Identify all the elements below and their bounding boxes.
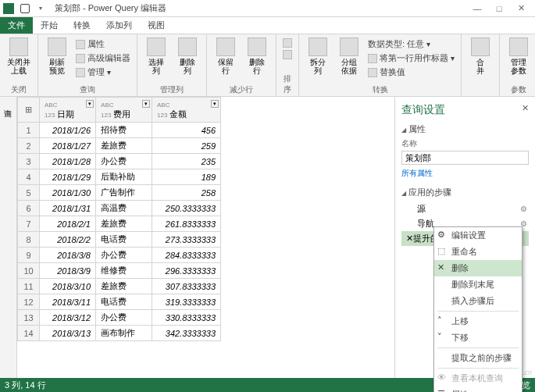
cell-expense[interactable]: 差旅费: [96, 279, 152, 294]
manage-params-button[interactable]: 管理 参数: [505, 36, 533, 75]
cell-amount[interactable]: 273.3333333: [152, 232, 221, 248]
cell-expense[interactable]: 招待费: [96, 123, 152, 138]
cell-expense[interactable]: 电话费: [96, 294, 152, 310]
cell-amount[interactable]: 259: [152, 138, 221, 154]
ctx-move-up[interactable]: ˄上移: [434, 313, 522, 330]
row-number[interactable]: 4: [18, 169, 40, 185]
corner-cell[interactable]: ⊞: [18, 98, 40, 123]
filter-icon[interactable]: ▾: [142, 100, 150, 108]
gear-icon[interactable]: ⚙: [520, 205, 527, 213]
cell-amount[interactable]: 456: [152, 123, 221, 138]
steps-section-header[interactable]: ◢应用的步骤: [401, 187, 529, 198]
table-row[interactable]: 1 2018/1/26 招待费 456: [18, 123, 221, 138]
cell-expense[interactable]: 画布制作: [96, 326, 152, 341]
column-header-expense[interactable]: ABC 123 费用▾: [96, 98, 152, 123]
split-column-button[interactable]: 拆分 列: [304, 36, 332, 75]
table-row[interactable]: 12 2018/3/11 电话费 319.3333333: [18, 294, 221, 310]
queries-pane-collapsed[interactable]: 查询: [0, 97, 17, 378]
ctx-properties[interactable]: ☰属性...: [434, 387, 522, 392]
tab-add-column[interactable]: 添加列: [98, 17, 140, 34]
sort-desc-button[interactable]: [281, 49, 294, 60]
table-row[interactable]: 10 2018/3/9 维修费 296.3333333: [18, 263, 221, 279]
properties-section-header[interactable]: ◢属性: [401, 123, 529, 135]
table-row[interactable]: 5 2018/1/30 广告制作 258: [18, 185, 221, 201]
filter-icon[interactable]: ▾: [211, 100, 219, 108]
ctx-delete[interactable]: ✕删除: [434, 260, 522, 276]
manage-button[interactable]: 管理 ▾: [74, 66, 132, 79]
cell-date[interactable]: 2018/1/28: [40, 154, 96, 169]
cell-date[interactable]: 2018/3/13: [40, 326, 96, 341]
row-number[interactable]: 9: [18, 248, 40, 263]
ctx-view-native-query[interactable]: 👁查看本机查询: [434, 370, 522, 387]
cell-amount[interactable]: 250.3333333: [152, 201, 221, 216]
step-source[interactable]: 源⚙: [401, 201, 529, 216]
cell-expense[interactable]: 后勤补助: [96, 169, 152, 185]
data-grid[interactable]: ⊞ ABC 123 日期▾ ABC 123 费用▾ ABC 123 金额▾ 1 …: [17, 97, 394, 378]
cell-date[interactable]: 2018/3/8: [40, 248, 96, 263]
advanced-editor-button[interactable]: 高级编辑器: [74, 52, 132, 65]
close-load-button[interactable]: 关闭并 上载: [5, 36, 33, 75]
cell-expense[interactable]: 差旅费: [96, 138, 152, 154]
table-row[interactable]: 3 2018/1/28 办公费 235: [18, 154, 221, 169]
cell-amount[interactable]: 330.8333333: [152, 310, 221, 326]
cell-date[interactable]: 2018/1/30: [40, 185, 96, 201]
table-row[interactable]: 11 2018/3/10 差旅费 307.8333333: [18, 279, 221, 294]
cell-expense[interactable]: 办公费: [96, 154, 152, 169]
data-type-button[interactable]: 数据类型: 任意 ▾: [366, 37, 456, 51]
all-properties-link[interactable]: 所有属性: [401, 168, 529, 179]
tab-view[interactable]: 视图: [140, 17, 173, 34]
cell-amount[interactable]: 307.8333333: [152, 279, 221, 294]
table-row[interactable]: 14 2018/3/13 画布制作 342.3333333: [18, 326, 221, 341]
cell-date[interactable]: 2018/1/29: [40, 169, 96, 185]
tab-home[interactable]: 开始: [33, 17, 66, 34]
cell-date[interactable]: 2018/3/10: [40, 279, 96, 294]
query-name-input[interactable]: [401, 151, 529, 165]
ctx-insert-step-after[interactable]: 插入步骤后: [434, 293, 522, 309]
cell-expense[interactable]: 电话费: [96, 232, 152, 248]
choose-columns-button[interactable]: 选择 列: [142, 36, 170, 75]
refresh-button[interactable]: 刷新 预览: [43, 36, 71, 75]
remove-columns-button[interactable]: 删除 列: [173, 36, 202, 75]
cell-date[interactable]: 2018/3/11: [40, 294, 96, 310]
cell-expense[interactable]: 高温费: [96, 201, 152, 216]
cell-date[interactable]: 2018/2/1: [40, 216, 96, 232]
row-number[interactable]: 3: [18, 154, 40, 169]
table-row[interactable]: 6 2018/1/31 高温费 250.3333333: [18, 201, 221, 216]
cell-amount[interactable]: 258: [152, 185, 221, 201]
filter-icon[interactable]: ▾: [86, 100, 94, 108]
table-row[interactable]: 13 2018/3/12 办公费 330.8333333: [18, 310, 221, 326]
table-row[interactable]: 2 2018/1/27 差旅费 259: [18, 138, 221, 154]
minimize-button[interactable]: —: [466, 2, 488, 16]
cell-expense[interactable]: 维修费: [96, 263, 152, 279]
row-number[interactable]: 6: [18, 201, 40, 216]
remove-rows-button[interactable]: 删除 行: [243, 36, 271, 75]
cell-date[interactable]: 2018/2/2: [40, 232, 96, 248]
table-row[interactable]: 9 2018/3/8 办公费 284.8333333: [18, 248, 221, 263]
cell-date[interactable]: 2018/3/12: [40, 310, 96, 326]
cell-date[interactable]: 2018/3/9: [40, 263, 96, 279]
first-row-header-button[interactable]: 将第一行用作标题 ▾: [366, 52, 456, 65]
column-header-amount[interactable]: ABC 123 金额▾: [152, 98, 221, 123]
close-button[interactable]: ✕: [510, 2, 532, 16]
properties-button[interactable]: 属性: [74, 37, 132, 51]
save-button[interactable]: [19, 2, 31, 15]
group-by-button[interactable]: 分组 依据: [335, 36, 363, 75]
cell-amount[interactable]: 319.3333333: [152, 294, 221, 310]
replace-values-button[interactable]: 替换值: [366, 66, 456, 79]
row-number[interactable]: 13: [18, 310, 40, 326]
maximize-button[interactable]: □: [488, 2, 510, 16]
row-number[interactable]: 2: [18, 138, 40, 154]
close-pane-button[interactable]: ✕: [522, 103, 529, 113]
column-header-date[interactable]: ABC 123 日期▾: [40, 98, 96, 123]
ctx-extract-previous[interactable]: 提取之前的步骤: [434, 350, 522, 366]
row-number[interactable]: 5: [18, 185, 40, 201]
row-number[interactable]: 11: [18, 279, 40, 294]
ctx-delete-until-end[interactable]: 删除到末尾: [434, 276, 522, 293]
cell-amount[interactable]: 342.3333333: [152, 326, 221, 341]
cell-expense[interactable]: 办公费: [96, 248, 152, 263]
cell-amount[interactable]: 235: [152, 154, 221, 169]
row-number[interactable]: 12: [18, 294, 40, 310]
row-number[interactable]: 1: [18, 123, 40, 138]
cell-expense[interactable]: 广告制作: [96, 185, 152, 201]
merge-button[interactable]: 合 并: [466, 36, 494, 75]
